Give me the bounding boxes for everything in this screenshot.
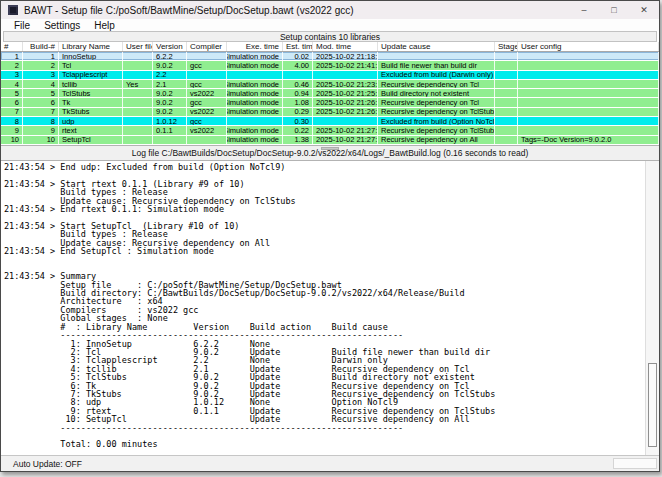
table-row[interactable]: 10 10 SetupTcl Simulation mode 1.38 2025…	[1, 136, 659, 145]
cell-update-cause: Excluded from build (Option NoTcl9)	[378, 117, 495, 125]
cell-compiler: vs2022	[187, 89, 227, 97]
col-library-name[interactable]: Library Name	[59, 42, 123, 51]
title-bar: BAWT - Setup file C:/poSoft/BawtMine/Set…	[1, 1, 659, 19]
cell-exe-time	[227, 117, 283, 125]
cell-est-time: 0.22	[283, 126, 313, 134]
cell-version: 2.1	[153, 80, 187, 88]
cell-exe-time: Simulation mode	[227, 126, 283, 134]
cell-mod-time: 2025-10-02 21:23:40	[313, 80, 378, 88]
col-build-num[interactable]: Build-#	[23, 42, 59, 51]
log-area: 21:43:54 > End udp: Excluded from build …	[1, 161, 659, 455]
cell-num: 4	[1, 80, 23, 88]
cell-update-cause	[378, 52, 495, 60]
status-right-panel	[613, 458, 657, 469]
col-num[interactable]: #	[1, 42, 23, 51]
table-row[interactable]: 3 3 Tclapplescript 2.2 Excluded from bui…	[1, 71, 659, 80]
cell-user-config	[518, 126, 659, 134]
cell-library-name: SetupTcl	[59, 136, 123, 144]
auto-update-status: Auto Update: OFF	[1, 459, 82, 469]
cell-library-name: InnoSetup	[59, 52, 123, 60]
cell-user-config: Tags=-Doc Version=9.0.2.0	[518, 136, 659, 144]
cell-library-name: Tclapplescript	[59, 71, 123, 79]
cell-version: 9.0.2	[153, 108, 187, 116]
col-version[interactable]: Version	[153, 42, 187, 51]
col-exe-time[interactable]: Exe. time	[227, 42, 283, 51]
table-row[interactable]: 9 9 rtext 0.1.1 vs2022 Simulation mode 0…	[1, 126, 659, 135]
table-row[interactable]: 7 7 TkStubs 9.0.2 vs2022 Simulation mode…	[1, 108, 659, 117]
cell-user-file	[123, 136, 153, 144]
cell-num: 1	[1, 52, 23, 60]
col-compiler[interactable]: Compiler	[187, 42, 227, 51]
col-mod-time[interactable]: Mod. time	[313, 42, 378, 51]
cell-version: 2.2	[153, 71, 187, 79]
close-button[interactable]: ✕	[629, 1, 659, 19]
cell-update-cause: Recursive dependency on TclStubs	[378, 108, 495, 116]
cell-stages	[495, 136, 518, 144]
log-vertical-scrollbar[interactable]	[645, 161, 659, 455]
cell-mod-time: 2025-10-02 21:25:15	[313, 89, 378, 97]
cell-exe-time: Simulation mode	[227, 61, 283, 69]
col-user-config[interactable]: User config	[518, 42, 659, 51]
col-update-cause[interactable]: Update cause	[378, 42, 495, 51]
cell-est-time: 4.00	[283, 61, 313, 69]
cell-version: 9.0.2	[153, 61, 187, 69]
cell-user-file	[123, 61, 153, 69]
cell-version: 1.0.12	[153, 117, 187, 125]
menu-help[interactable]: Help	[87, 20, 122, 31]
cell-user-config	[518, 98, 659, 106]
cell-compiler: gcc	[187, 80, 227, 88]
menu-file[interactable]: File	[7, 20, 37, 31]
cell-compiler: gcc	[187, 98, 227, 106]
cell-num: 10	[1, 136, 23, 144]
menu-settings[interactable]: Settings	[37, 20, 87, 31]
cell-version: 9.0.2	[153, 98, 187, 106]
maximize-button[interactable]: □	[599, 1, 629, 19]
cell-version: 0.1.1	[153, 126, 187, 134]
cell-mod-time: 2025-10-02 21:41:40	[313, 61, 378, 69]
col-user-file[interactable]: User file	[123, 42, 153, 51]
cell-build-num: 3	[23, 71, 59, 79]
log-text[interactable]: 21:43:54 > End udp: Excluded from build …	[1, 161, 645, 455]
cell-exe-time: Simulation mode	[227, 80, 283, 88]
table-row[interactable]: 8 8 udp 1.0.12 gcc 0.30 Excluded from bu…	[1, 117, 659, 126]
table-row[interactable]: 2 2 Tcl 9.0.2 gcc Simulation mode 4.00 2…	[1, 61, 659, 70]
cell-build-num: 10	[23, 136, 59, 144]
cell-est-time: 0.30	[283, 117, 313, 125]
cell-num: 9	[1, 126, 23, 134]
cell-compiler: vs2022	[187, 108, 227, 116]
splitter-handle-icon[interactable]	[321, 147, 339, 150]
cell-est-time: 0.46	[283, 80, 313, 88]
cell-update-cause: Build file newer than build dir	[378, 61, 495, 69]
cell-num: 2	[1, 61, 23, 69]
cell-compiler: gcc	[187, 117, 227, 125]
cell-est-time: 0.94	[283, 89, 313, 97]
cell-mod-time	[313, 117, 378, 125]
cell-mod-time: 2025-10-02 21:27:40	[313, 136, 378, 144]
table-header-row: # Build-# Library Name User file Version…	[1, 42, 659, 52]
table-row[interactable]: 4 4 tcllib Yes 2.1 gcc Simulation mode 0…	[1, 80, 659, 89]
cell-exe-time: Simulation mode	[227, 108, 283, 116]
cell-user-file	[123, 98, 153, 106]
cell-build-num: 7	[23, 108, 59, 116]
cell-mod-time: 2025-10-02 21:26:21	[313, 98, 378, 106]
scrollbar-thumb[interactable]	[648, 363, 657, 447]
minimize-button[interactable]: –	[569, 1, 599, 19]
cell-build-num: 1	[23, 52, 59, 60]
cell-stages	[495, 117, 518, 125]
cell-mod-time: 2025-10-02 21:26:56	[313, 108, 378, 116]
cell-update-cause: Excluded from build (Darwin only)	[378, 71, 495, 79]
table-body: 1 1 InnoSetup 6.2.2 Simulation mode 0.02…	[1, 52, 659, 145]
table-row[interactable]: 5 5 TclStubs 9.0.2 vs2022 Simulation mod…	[1, 89, 659, 98]
table-row[interactable]: 1 1 InnoSetup 6.2.2 Simulation mode 0.02…	[1, 52, 659, 61]
table-row[interactable]: 6 6 Tk 9.0.2 gcc Simulation mode 1.08 20…	[1, 98, 659, 107]
cell-update-cause: Build directory not existent	[378, 89, 495, 97]
cell-compiler	[187, 71, 227, 79]
cell-exe-time	[227, 71, 283, 79]
cell-version: 9.0.2	[153, 89, 187, 97]
cell-version	[153, 136, 187, 144]
col-est-time[interactable]: Est. time	[283, 42, 313, 51]
cell-update-cause: Recursive dependency on All	[378, 136, 495, 144]
cell-user-file	[123, 108, 153, 116]
log-file-bar: Log file C:/BawtBuilds/DocSetup/DocSetup…	[1, 145, 659, 161]
col-stages[interactable]: Stages	[495, 42, 518, 51]
